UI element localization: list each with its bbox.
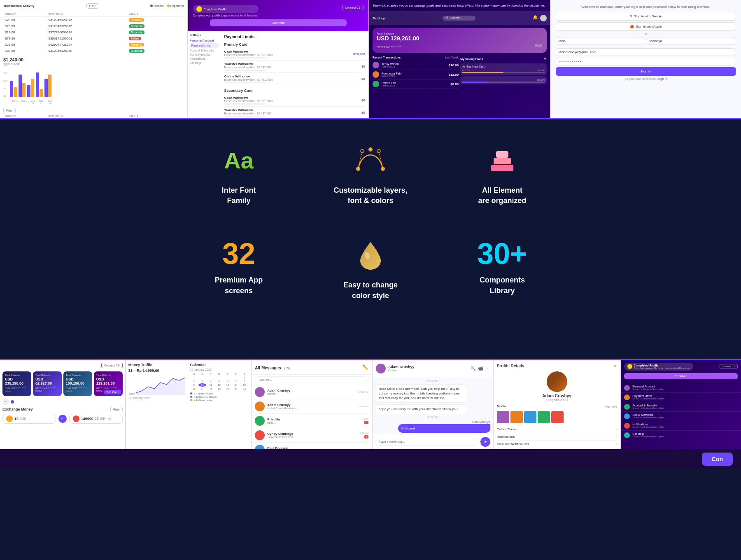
- message-info: Adam Crushyy Hello! Good afternoon...: [267, 403, 355, 410]
- compose-icon[interactable]: ✏️: [362, 364, 368, 370]
- message-item[interactable]: Adam Crushyy Admin 12:66 AM: [252, 385, 372, 399]
- search-chat-icon[interactable]: 🔍: [471, 366, 475, 371]
- card-amount-3: USD 100,156.00: [66, 377, 90, 385]
- first-name-input[interactable]: [556, 37, 645, 45]
- recent-label: Recent Transactions: [373, 56, 401, 59]
- table-row: $89.999312345328058Success: [3, 48, 184, 54]
- menu-item-security[interactable]: Account & Security Some multi menu descr…: [621, 402, 741, 412]
- security-label: Account & Security: [632, 404, 664, 407]
- sidebar-item-social[interactable]: Social Networks: [190, 53, 219, 56]
- menu-item-help[interactable]: Get Help Some multi menu description: [621, 431, 741, 440]
- number-30plus: 30+: [477, 239, 527, 268]
- search-bar[interactable]: 🔍 Search...: [443, 16, 475, 21]
- limit-item-cash: Cash Withdraw Expenses and draw limit: $…: [224, 48, 366, 61]
- add-savings-icon[interactable]: +: [543, 56, 546, 62]
- table-row: $29.999312345328875Success: [3, 23, 184, 29]
- money-traffic-menu[interactable]: ···: [183, 363, 186, 367]
- col-status-2: Status: [127, 113, 184, 118]
- message-info: Paul Boisson Thank you!: [267, 446, 357, 449]
- message-item[interactable]: Priscilla hello... 13:06 1: [252, 414, 372, 428]
- message-item[interactable]: Adam Crushyy Hello! Good afternoon... 12…: [252, 399, 372, 414]
- sidebar-item-personal[interactable]: Personal Account: [190, 39, 219, 42]
- media-thumb: [538, 411, 550, 423]
- email-input[interactable]: [556, 48, 736, 56]
- bezier-curve-icon: [354, 146, 387, 175]
- card-label-2: Total Balance: [35, 374, 59, 376]
- components-title: ComponentsLibrary: [480, 275, 525, 296]
- con-button[interactable]: Con: [702, 453, 733, 466]
- menu-item-personal[interactable]: Personal Account Some multi menu descrip…: [621, 383, 741, 393]
- profile-menu-item[interactable]: Notifications ›: [497, 433, 617, 441]
- chevron-right-icon: ›: [616, 427, 617, 431]
- sidebar-item-help[interactable]: Get Help: [190, 61, 219, 64]
- payment-limits-main: Payment Limits Primary Card Cash Withdra…: [221, 31, 369, 118]
- event-dot-icon: [190, 392, 192, 394]
- sign-in-button[interactable]: Sign In: [556, 67, 736, 76]
- stack-icon-area: [486, 144, 519, 177]
- rate-date: 10 January 2022: [128, 397, 187, 399]
- prev-card-button[interactable]: ‹: [2, 399, 9, 405]
- exchange-row: 10 USD ⇄ 149990.00 IDR N: [2, 414, 123, 424]
- chat-input[interactable]: [375, 438, 479, 446]
- avatar-icon: [540, 15, 547, 21]
- message-item[interactable]: Paul Boisson Thank you! 7:30 AM: [252, 443, 372, 449]
- chat-name: Adam Crushyy: [388, 365, 415, 369]
- messages-title: All Messages (15): [255, 364, 290, 371]
- balance-amount: USD 129,261.00: [377, 35, 543, 42]
- edit-card-button[interactable]: Edit Card: [104, 390, 121, 394]
- filter-button[interactable]: Filter: [86, 3, 99, 9]
- card-amount-4: USD 129,261.00: [96, 377, 120, 385]
- exchange-filter-button[interactable]: Filter: [110, 407, 123, 412]
- media-thumb: [524, 411, 536, 423]
- sidebar-item-notifications[interactable]: Notifications: [190, 57, 219, 60]
- menu-item-info: Get Help Some multi menu description: [632, 432, 664, 438]
- features-row-2: 32 Premium Appscreens E: [8, 239, 733, 301]
- message-info: Priscilla hello...: [267, 418, 360, 424]
- connect-button-mini[interactable]: Connect CS: [720, 364, 738, 369]
- menu-item-info: Payment Limits Some multi menu descripti…: [632, 394, 664, 400]
- last-name-input[interactable]: [647, 37, 736, 45]
- calendar-title: Calendar: [190, 363, 249, 367]
- message-search-input[interactable]: [255, 376, 368, 383]
- transfer-withdraw-label: Transfer Withdraw: [224, 62, 272, 66]
- menu-item-payment[interactable]: Payment Limits Some multi menu descripti…: [621, 393, 741, 402]
- savings-item-2: $5,000: [460, 76, 546, 84]
- password-input[interactable]: [556, 58, 736, 65]
- apple-sign-in-button[interactable]: 🍎 Sign in with Apple: [556, 22, 736, 31]
- event-dot-icon: [190, 396, 192, 398]
- card-2: Total Balance USD 62,927.00 8937 1843 **…: [33, 371, 62, 396]
- continue-button-mini[interactable]: Continue: [624, 373, 738, 379]
- google-sign-in-button[interactable]: G Sign in with Google: [556, 12, 736, 21]
- filter-button-2[interactable]: Filter: [3, 108, 16, 113]
- menu-item-info: Notifications Some multi menu descriptio…: [632, 423, 664, 428]
- menu-item-social[interactable]: Social Networks Some multi menu descript…: [621, 412, 741, 421]
- message-avatar: [255, 416, 265, 426]
- swap-button[interactable]: ⇄: [58, 415, 67, 423]
- menu-item-notifications[interactable]: Notifications Some multi menu descriptio…: [621, 421, 741, 431]
- limit-item-online: Online Withdraw Expenses and draw limit:…: [224, 73, 366, 85]
- to-value: 149990.00: [81, 417, 99, 421]
- message-item[interactable]: Cyndy Lilibridge 14 Mass transferred 3:4…: [252, 428, 372, 443]
- exchange-from: 10 USD: [2, 414, 56, 424]
- cards-row: Total Balance USD 235,198.00 8937 1843 *…: [2, 371, 123, 396]
- connect-cs-button[interactable]: Connect CS: [342, 5, 364, 10]
- bottom-panel-profile: Profile Details ✕ Adam Crushyy (803) 555…: [494, 360, 621, 449]
- close-button[interactable]: ✕: [613, 364, 617, 368]
- profile-menu-item[interactable]: Costume Notifications ›: [497, 441, 617, 448]
- sidebar-item-payment[interactable]: Payment Limits: [190, 43, 219, 48]
- video-icon[interactable]: 📹: [478, 366, 483, 371]
- payment-limits-title: Payment Limits: [224, 35, 366, 39]
- more-options-icon[interactable]: ⋮: [485, 366, 489, 371]
- connect-cs-button-bottom[interactable]: Connect CS: [101, 363, 123, 368]
- sidebar-item-security[interactable]: Account & Security: [190, 49, 219, 52]
- sign-in-link[interactable]: Sign In: [658, 77, 667, 80]
- card-amount-1: USD 235,198.00: [5, 377, 29, 385]
- profile-menu-item[interactable]: Colour Theme ›: [497, 426, 617, 433]
- completed-sub: Complete your profile to gain access to …: [634, 367, 690, 369]
- send-message-button[interactable]: ➤: [480, 437, 490, 447]
- usd-icon: [6, 415, 13, 422]
- personal-account-icon: [624, 385, 630, 391]
- continue-button[interactable]: Continue: [210, 19, 347, 26]
- transfer-withdraw-amount: $0: [361, 65, 365, 68]
- bezier-icon-area: [354, 144, 387, 177]
